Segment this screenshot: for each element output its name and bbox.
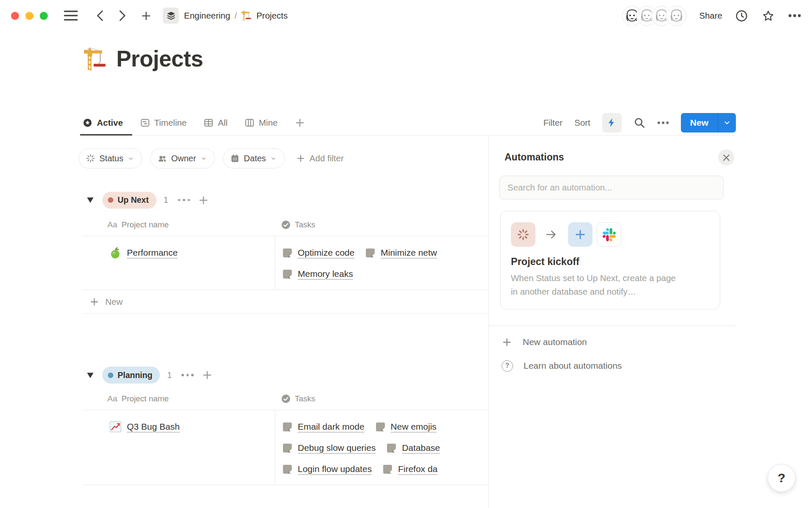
automations-panel: Automations Project kickoff When Status … <box>488 136 812 508</box>
close-panel-button[interactable] <box>718 149 734 166</box>
filter-bar: Status Owner Dates Add filter <box>79 148 344 168</box>
project-name-link[interactable]: Q3 Bug Bash <box>127 422 180 432</box>
table-header: Aa Project name Tasks <box>82 388 488 410</box>
filter-button[interactable]: Filter <box>543 118 563 128</box>
tasks-cell: Optimize code Minimize netw Memory leaks <box>275 236 488 290</box>
tab-label: Timeline <box>154 118 187 128</box>
workspace-layers-icon[interactable] <box>163 8 179 24</box>
column-header-tasks[interactable]: Tasks <box>275 394 488 404</box>
question-circle-icon: ? <box>502 360 513 372</box>
collapse-triangle-icon[interactable] <box>87 197 94 203</box>
avatar-group[interactable] <box>622 6 686 26</box>
tab-mine[interactable]: Mine <box>244 110 277 135</box>
new-row-button[interactable]: New <box>82 290 488 314</box>
new-button-label[interactable]: New <box>681 113 718 133</box>
more-options-icon[interactable] <box>788 14 801 17</box>
page-title[interactable]: Projects <box>116 46 203 72</box>
task-chip[interactable]: Firefox da <box>383 464 437 474</box>
minimize-window-button[interactable] <box>25 12 33 20</box>
close-window-button[interactable] <box>11 12 19 20</box>
page-icon <box>365 248 375 258</box>
text-property-icon: Aa <box>107 220 117 229</box>
column-header-tasks[interactable]: Tasks <box>275 220 488 230</box>
new-button[interactable]: New <box>681 113 736 133</box>
plus-icon <box>574 228 587 241</box>
panel-divider <box>489 326 736 326</box>
view-tools: Filter Sort New <box>543 113 736 133</box>
sort-button[interactable]: Sort <box>574 118 590 128</box>
view-options-icon[interactable] <box>657 121 669 124</box>
status-badge[interactable]: Planning <box>102 367 160 384</box>
task-chip[interactable]: Optimize code <box>283 248 354 258</box>
automation-card[interactable]: Project kickoff When Status set to Up Ne… <box>500 211 720 309</box>
help-button[interactable]: ? <box>768 464 796 492</box>
status-burst-icon <box>86 154 95 163</box>
task-chip[interactable]: Login flow updates <box>283 464 372 474</box>
tab-active[interactable]: Active <box>82 110 123 135</box>
plus-icon <box>89 297 99 307</box>
group-add-icon[interactable] <box>198 195 209 206</box>
lightning-bolt-icon <box>606 117 617 128</box>
add-filter-label: Add filter <box>310 153 344 163</box>
column-label: Project name <box>121 394 169 403</box>
add-filter-button[interactable]: Add filter <box>296 153 344 163</box>
collapse-triangle-icon[interactable] <box>87 372 94 378</box>
new-row-label: New <box>105 297 123 307</box>
new-automation-button[interactable]: New automation <box>489 330 812 354</box>
project-name-link[interactable]: Performance <box>127 248 178 258</box>
zoom-window-button[interactable] <box>40 12 48 20</box>
column-header-name[interactable]: Aa Project name <box>82 220 275 229</box>
status-badge[interactable]: Up Next <box>102 192 156 209</box>
breadcrumb-page[interactable]: Projects <box>256 11 288 21</box>
task-label: New emojis <box>391 422 437 432</box>
group-count: 1 <box>164 195 168 205</box>
tab-timeline[interactable]: Timeline <box>140 110 187 135</box>
green-apple-icon <box>109 246 122 259</box>
page-icon <box>283 422 292 432</box>
group-add-icon[interactable] <box>202 370 213 381</box>
forward-icon[interactable] <box>118 10 128 22</box>
filter-chip-label: Owner <box>171 154 196 163</box>
share-button[interactable]: Share <box>699 11 722 21</box>
learn-automations-button[interactable]: ? Learn about automations <box>489 354 812 378</box>
page-icon <box>387 443 396 453</box>
task-chip[interactable]: Minimize netw <box>365 248 437 258</box>
chevron-down-icon <box>128 155 134 162</box>
building-construction-icon <box>241 10 252 21</box>
page-icon <box>283 269 292 279</box>
group-more-icon[interactable] <box>178 199 190 202</box>
favorite-star-icon[interactable] <box>762 9 775 22</box>
automation-search-input[interactable] <box>499 176 724 199</box>
avatar[interactable] <box>667 6 686 26</box>
chevron-down-icon[interactable] <box>718 113 736 133</box>
sidebar-toggle-icon[interactable] <box>64 10 78 21</box>
add-view-icon[interactable] <box>294 117 305 128</box>
updates-clock-icon[interactable] <box>735 9 748 22</box>
task-chip[interactable]: Debug slow queries <box>283 443 376 453</box>
filter-chip-dates[interactable]: Dates <box>223 148 285 168</box>
task-label: Email dark mode <box>298 422 365 432</box>
menu-item-label: New automation <box>523 337 587 347</box>
tab-all[interactable]: All <box>203 110 228 135</box>
task-line: Login flow updates Firefox da <box>283 458 488 480</box>
filter-chip-owner[interactable]: Owner <box>150 148 215 168</box>
check-circle-icon <box>281 220 291 230</box>
timeline-view-icon <box>140 118 150 128</box>
slack-action-tile <box>597 222 621 247</box>
filter-chip-status[interactable]: Status <box>79 148 142 168</box>
search-icon[interactable] <box>634 117 645 129</box>
column-header-name[interactable]: Aa Project name <box>82 394 275 403</box>
group-more-icon[interactable] <box>181 374 194 376</box>
task-chip[interactable]: Memory leaks <box>283 269 353 279</box>
automations-toggle-button[interactable] <box>602 113 622 133</box>
back-icon[interactable] <box>95 10 105 22</box>
task-chip[interactable]: Database <box>387 443 440 453</box>
breadcrumb-workspace[interactable]: Engineering <box>184 11 230 21</box>
new-page-icon[interactable] <box>140 10 152 22</box>
task-chip[interactable]: Email dark mode <box>283 422 365 432</box>
group-spacer <box>82 314 488 362</box>
panel-title: Automations <box>505 152 812 163</box>
task-chip[interactable]: New emojis <box>376 422 437 432</box>
database-table: Up Next 1 Aa Project name Tasks <box>82 186 488 485</box>
building-construction-icon[interactable] <box>83 47 108 71</box>
